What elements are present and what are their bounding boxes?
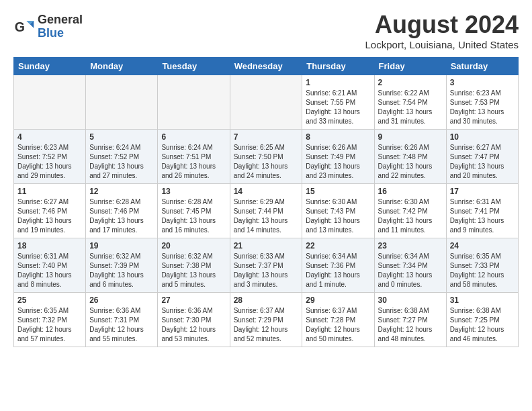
- day-info: Sunrise: 6:28 AM Sunset: 7:45 PM Dayligh…: [161, 197, 226, 235]
- calendar-day-cell: 14 Sunrise: 6:29 AM Sunset: 7:44 PM Dayl…: [230, 184, 302, 238]
- calendar-week-row: 11 Sunrise: 6:27 AM Sunset: 7:46 PM Dayl…: [14, 184, 519, 238]
- calendar-day-cell: 29 Sunrise: 6:37 AM Sunset: 7:28 PM Dayl…: [302, 293, 374, 347]
- day-number: 3: [450, 78, 515, 87]
- day-info: Sunrise: 6:30 AM Sunset: 7:42 PM Dayligh…: [378, 197, 443, 235]
- calendar-day-cell: 10 Sunrise: 6:27 AM Sunset: 7:47 PM Dayl…: [446, 130, 518, 184]
- weekday-header: Saturday: [446, 58, 518, 75]
- day-info: Sunrise: 6:38 AM Sunset: 7:25 PM Dayligh…: [450, 306, 515, 344]
- day-info: Sunrise: 6:26 AM Sunset: 7:48 PM Dayligh…: [378, 143, 443, 181]
- day-number: 18: [17, 241, 82, 250]
- day-number: 6: [161, 132, 226, 142]
- day-number: 20: [161, 241, 226, 250]
- day-info: Sunrise: 6:32 AM Sunset: 7:38 PM Dayligh…: [161, 252, 226, 289]
- month-title: August 2024: [365, 11, 519, 39]
- weekday-header: Sunday: [14, 58, 86, 75]
- day-number: 7: [234, 132, 299, 142]
- calendar-week-row: 1 Sunrise: 6:21 AM Sunset: 7:55 PM Dayli…: [14, 75, 519, 130]
- calendar: SundayMondayTuesdayWednesdayThursdayFrid…: [13, 57, 519, 347]
- day-number: 1: [306, 78, 370, 87]
- day-info: Sunrise: 6:33 AM Sunset: 7:37 PM Dayligh…: [234, 252, 299, 289]
- day-info: Sunrise: 6:31 AM Sunset: 7:40 PM Dayligh…: [17, 252, 82, 289]
- day-info: Sunrise: 6:37 AM Sunset: 7:29 PM Dayligh…: [234, 306, 299, 344]
- calendar-day-cell: [86, 75, 158, 130]
- calendar-day-cell: 2 Sunrise: 6:22 AM Sunset: 7:54 PM Dayli…: [374, 75, 446, 130]
- calendar-day-cell: 3 Sunrise: 6:23 AM Sunset: 7:53 PM Dayli…: [446, 75, 518, 130]
- calendar-day-cell: 1 Sunrise: 6:21 AM Sunset: 7:55 PM Dayli…: [302, 75, 374, 130]
- weekday-header: Friday: [374, 58, 446, 75]
- location: Lockport, Louisiana, United States: [365, 39, 519, 50]
- day-info: Sunrise: 6:36 AM Sunset: 7:31 PM Dayligh…: [89, 306, 154, 344]
- day-info: Sunrise: 6:22 AM Sunset: 7:54 PM Dayligh…: [378, 89, 443, 126]
- logo: G General Blue: [13, 13, 83, 40]
- day-number: 22: [306, 241, 370, 250]
- calendar-day-cell: 19 Sunrise: 6:32 AM Sunset: 7:39 PM Dayl…: [86, 238, 158, 293]
- day-info: Sunrise: 6:23 AM Sunset: 7:52 PM Dayligh…: [17, 143, 82, 181]
- calendar-day-cell: 7 Sunrise: 6:25 AM Sunset: 7:50 PM Dayli…: [230, 130, 302, 184]
- day-info: Sunrise: 6:38 AM Sunset: 7:27 PM Dayligh…: [378, 306, 443, 344]
- svg-text:G: G: [15, 19, 25, 34]
- day-number: 4: [17, 132, 82, 142]
- day-number: 5: [89, 132, 154, 142]
- day-info: Sunrise: 6:28 AM Sunset: 7:46 PM Dayligh…: [89, 197, 154, 235]
- day-number: 16: [378, 187, 443, 196]
- calendar-day-cell: 4 Sunrise: 6:23 AM Sunset: 7:52 PM Dayli…: [14, 130, 86, 184]
- logo-icon: G: [13, 16, 35, 38]
- calendar-day-cell: [14, 75, 86, 130]
- calendar-day-cell: 25 Sunrise: 6:35 AM Sunset: 7:32 PM Dayl…: [14, 293, 86, 347]
- day-number: 2: [378, 78, 443, 87]
- day-info: Sunrise: 6:27 AM Sunset: 7:47 PM Dayligh…: [450, 143, 515, 181]
- weekday-header-row: SundayMondayTuesdayWednesdayThursdayFrid…: [14, 58, 519, 75]
- day-number: 17: [450, 187, 515, 196]
- day-info: Sunrise: 6:34 AM Sunset: 7:34 PM Dayligh…: [378, 252, 443, 289]
- day-number: 15: [306, 187, 370, 196]
- logo-text: General Blue: [38, 13, 83, 40]
- day-number: 23: [378, 241, 443, 250]
- day-info: Sunrise: 6:32 AM Sunset: 7:39 PM Dayligh…: [89, 252, 154, 289]
- weekday-header: Thursday: [302, 58, 374, 75]
- day-number: 29: [306, 295, 370, 305]
- day-info: Sunrise: 6:30 AM Sunset: 7:43 PM Dayligh…: [306, 197, 370, 235]
- day-number: 8: [306, 132, 370, 142]
- logo-blue: Blue: [38, 27, 83, 40]
- day-info: Sunrise: 6:21 AM Sunset: 7:55 PM Dayligh…: [306, 89, 370, 126]
- title-block: August 2024 Lockport, Louisiana, United …: [365, 11, 519, 50]
- weekday-header: Wednesday: [230, 58, 302, 75]
- day-number: 14: [234, 187, 299, 196]
- calendar-day-cell: 20 Sunrise: 6:32 AM Sunset: 7:38 PM Dayl…: [158, 238, 230, 293]
- day-number: 13: [161, 187, 226, 196]
- calendar-day-cell: 30 Sunrise: 6:38 AM Sunset: 7:27 PM Dayl…: [374, 293, 446, 347]
- day-info: Sunrise: 6:24 AM Sunset: 7:52 PM Dayligh…: [89, 143, 154, 181]
- calendar-day-cell: 23 Sunrise: 6:34 AM Sunset: 7:34 PM Dayl…: [374, 238, 446, 293]
- day-info: Sunrise: 6:36 AM Sunset: 7:30 PM Dayligh…: [161, 306, 226, 344]
- calendar-day-cell: 17 Sunrise: 6:31 AM Sunset: 7:41 PM Dayl…: [446, 184, 518, 238]
- calendar-day-cell: 5 Sunrise: 6:24 AM Sunset: 7:52 PM Dayli…: [86, 130, 158, 184]
- calendar-day-cell: 8 Sunrise: 6:26 AM Sunset: 7:49 PM Dayli…: [302, 130, 374, 184]
- day-number: 11: [17, 187, 82, 196]
- calendar-day-cell: 28 Sunrise: 6:37 AM Sunset: 7:29 PM Dayl…: [230, 293, 302, 347]
- day-number: 24: [450, 241, 515, 250]
- calendar-week-row: 18 Sunrise: 6:31 AM Sunset: 7:40 PM Dayl…: [14, 238, 519, 293]
- calendar-day-cell: 18 Sunrise: 6:31 AM Sunset: 7:40 PM Dayl…: [14, 238, 86, 293]
- calendar-day-cell: 16 Sunrise: 6:30 AM Sunset: 7:42 PM Dayl…: [374, 184, 446, 238]
- weekday-header: Tuesday: [158, 58, 230, 75]
- calendar-week-row: 25 Sunrise: 6:35 AM Sunset: 7:32 PM Dayl…: [14, 293, 519, 347]
- calendar-day-cell: [158, 75, 230, 130]
- day-info: Sunrise: 6:34 AM Sunset: 7:36 PM Dayligh…: [306, 252, 370, 289]
- day-info: Sunrise: 6:29 AM Sunset: 7:44 PM Dayligh…: [234, 197, 299, 235]
- day-number: 9: [378, 132, 443, 142]
- calendar-day-cell: 26 Sunrise: 6:36 AM Sunset: 7:31 PM Dayl…: [86, 293, 158, 347]
- day-info: Sunrise: 6:35 AM Sunset: 7:33 PM Dayligh…: [450, 252, 515, 289]
- calendar-day-cell: 24 Sunrise: 6:35 AM Sunset: 7:33 PM Dayl…: [446, 238, 518, 293]
- day-number: 30: [378, 295, 443, 305]
- day-number: 21: [234, 241, 299, 250]
- calendar-day-cell: 11 Sunrise: 6:27 AM Sunset: 7:46 PM Dayl…: [14, 184, 86, 238]
- calendar-day-cell: 27 Sunrise: 6:36 AM Sunset: 7:30 PM Dayl…: [158, 293, 230, 347]
- day-info: Sunrise: 6:26 AM Sunset: 7:49 PM Dayligh…: [306, 143, 370, 181]
- day-number: 27: [161, 295, 226, 305]
- day-info: Sunrise: 6:25 AM Sunset: 7:50 PM Dayligh…: [234, 143, 299, 181]
- calendar-day-cell: 15 Sunrise: 6:30 AM Sunset: 7:43 PM Dayl…: [302, 184, 374, 238]
- calendar-day-cell: 22 Sunrise: 6:34 AM Sunset: 7:36 PM Dayl…: [302, 238, 374, 293]
- calendar-week-row: 4 Sunrise: 6:23 AM Sunset: 7:52 PM Dayli…: [14, 130, 519, 184]
- day-number: 28: [234, 295, 299, 305]
- weekday-header: Monday: [86, 58, 158, 75]
